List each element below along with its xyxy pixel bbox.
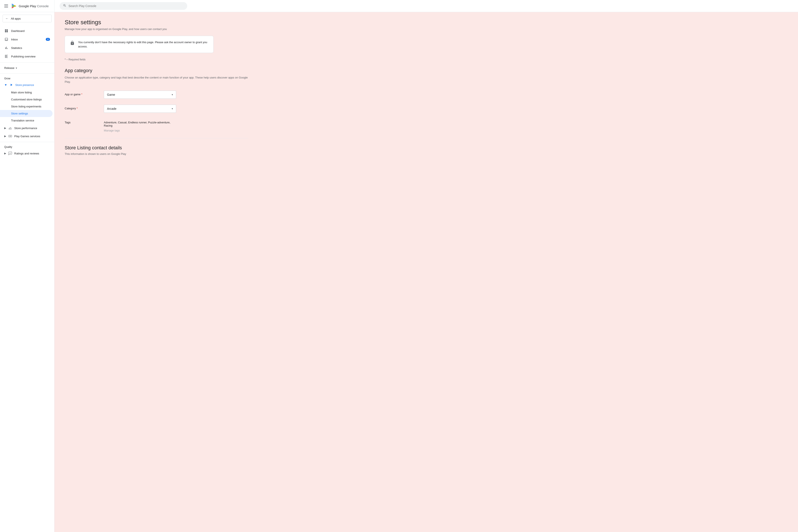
hamburger-menu[interactable] — [3, 4, 9, 8]
section-divider — [65, 138, 248, 138]
ratings-reviews-label: Ratings and reviews — [14, 152, 39, 155]
tags-field-row: Tags Adventure, Casual, Endless runner, … — [65, 119, 248, 132]
statistics-label: Statistics — [11, 46, 22, 50]
alert-text: You currently don't have the necessary r… — [78, 40, 208, 49]
svg-rect-4 — [5, 30, 6, 31]
svg-rect-5 — [6, 30, 8, 31]
search-bar[interactable] — [60, 2, 187, 10]
sidebar-item-dashboard[interactable]: Dashboard — [0, 26, 54, 35]
app-or-game-chevron-icon: ▾ — [172, 93, 173, 96]
required-note: * – Required fields — [65, 58, 248, 61]
inbox-icon — [4, 37, 8, 41]
dashboard-icon — [4, 29, 8, 33]
sidebar-item-store-presence[interactable]: ▼ Store presence — [0, 81, 54, 89]
sidebar-subitem-customised-store-listings[interactable]: Customised store listings — [0, 96, 54, 103]
sidebar-item-statistics[interactable]: Statistics — [0, 44, 54, 52]
release-label: Release — [4, 66, 15, 70]
quality-section-label: Quality — [0, 144, 54, 149]
search-icon — [63, 4, 66, 8]
lock-icon — [70, 41, 75, 46]
ratings-icon — [8, 151, 12, 155]
sidebar-nav: Dashboard Inbox 4 Statistics Publishing … — [0, 25, 54, 159]
sidebar-subitem-store-listing-experiments[interactable]: Store listing experiments — [0, 103, 54, 110]
main-content: Store settings Manage how your app is or… — [55, 0, 798, 532]
release-section-header[interactable]: Release ▾ — [0, 64, 54, 72]
sidebar-header: Google Play Console — [0, 0, 54, 12]
inbox-badge: 4 — [46, 38, 50, 41]
logo-area: Google Play Console — [11, 3, 49, 9]
sidebar: Google Play Console ← All apps Dashboard… — [0, 0, 55, 532]
store-presence-arrow-icon: ▼ — [4, 83, 7, 87]
main-store-listing-label: Main store listing — [11, 91, 32, 94]
store-settings-label: Store settings — [11, 112, 28, 115]
sidebar-item-store-performance[interactable]: ▶ Store performance — [0, 124, 54, 132]
contact-subtitle: This information is shown to users on Go… — [65, 152, 248, 155]
app-category-desc: Choose an application type, category and… — [65, 76, 248, 84]
category-value: Arcade ▾ — [104, 104, 176, 113]
ratings-expand-icon: ▶ — [4, 152, 6, 155]
release-chevron-icon: ▾ — [16, 66, 17, 70]
category-chevron-icon: ▾ — [172, 107, 173, 110]
page-content: Store settings Manage how your app is or… — [55, 12, 259, 162]
play-logo-icon — [11, 3, 17, 9]
publishing-icon — [4, 54, 8, 58]
app-or-game-label: App or game — [65, 91, 99, 96]
svg-marker-0 — [12, 4, 15, 5]
store-performance-label: Store performance — [14, 127, 37, 130]
grow-section-label: Grow — [0, 75, 54, 81]
sidebar-subitem-translation-service[interactable]: Translation service — [0, 117, 54, 124]
svg-rect-12 — [10, 136, 11, 136]
tags-value-area: Adventure, Casual, Endless runner, Puzzl… — [104, 119, 176, 132]
store-listing-experiments-label: Store listing experiments — [11, 105, 41, 108]
permissions-alert: You currently don't have the necessary r… — [65, 36, 214, 53]
play-games-icon — [8, 134, 12, 138]
svg-rect-7 — [6, 31, 8, 32]
category-label: Category — [65, 104, 99, 110]
customised-store-listings-label: Customised store listings — [11, 98, 42, 101]
svg-marker-2 — [12, 7, 15, 8]
divider-2 — [0, 73, 54, 74]
search-input[interactable] — [69, 4, 184, 8]
all-apps-button[interactable]: ← All apps — [3, 15, 52, 22]
tags-label: Tags — [65, 119, 99, 124]
dashboard-label: Dashboard — [11, 30, 25, 33]
store-presence-label: Store presence — [15, 83, 34, 87]
store-performance-expand-icon: ▶ — [4, 127, 6, 130]
category-select[interactable]: Arcade ▾ — [104, 104, 176, 113]
category-selected-value: Arcade — [107, 107, 116, 110]
store-performance-icon — [8, 126, 12, 130]
sidebar-item-play-games[interactable]: ▶ Play Games services — [0, 132, 54, 140]
svg-rect-6 — [5, 31, 6, 32]
contact-title: Store Listing contact details — [65, 145, 248, 151]
page-subtitle: Manage how your app is organised on Goog… — [65, 27, 248, 31]
all-apps-label: All apps — [11, 17, 21, 20]
statistics-icon — [4, 46, 8, 50]
sidebar-item-ratings-reviews[interactable]: ▶ Ratings and reviews — [0, 149, 54, 157]
tags-value: Adventure, Casual, Endless runner, Puzzl… — [104, 119, 176, 127]
inbox-label: Inbox — [11, 38, 18, 41]
app-or-game-value: Game ▾ — [104, 91, 176, 99]
app-or-game-selected-value: Game — [107, 93, 115, 96]
app-or-game-select[interactable]: Game ▾ — [104, 91, 176, 99]
logo-text: Google Play Console — [19, 4, 49, 8]
play-games-expand-icon: ▶ — [4, 135, 6, 138]
sidebar-subitem-main-store-listing[interactable]: Main store listing — [0, 89, 54, 96]
divider-3 — [0, 142, 54, 142]
page-title: Store settings — [65, 19, 248, 26]
svg-marker-3 — [15, 5, 16, 7]
translation-service-label: Translation service — [11, 119, 34, 122]
publishing-label: Publishing overview — [11, 55, 36, 58]
sidebar-item-publishing[interactable]: Publishing overview — [0, 52, 54, 61]
sidebar-subitem-store-settings[interactable]: Store settings — [0, 110, 53, 117]
app-category-title: App category — [65, 68, 248, 73]
play-games-label: Play Games services — [14, 135, 40, 138]
back-arrow-icon: ← — [5, 17, 9, 20]
sidebar-item-inbox[interactable]: Inbox 4 — [0, 35, 54, 44]
category-field-row: Category Arcade ▾ — [65, 104, 248, 113]
manage-tags-link[interactable]: Manage tags — [104, 129, 176, 132]
app-or-game-field-row: App or game Game ▾ — [65, 91, 248, 99]
top-bar — [55, 0, 798, 12]
store-presence-icon — [10, 83, 13, 87]
